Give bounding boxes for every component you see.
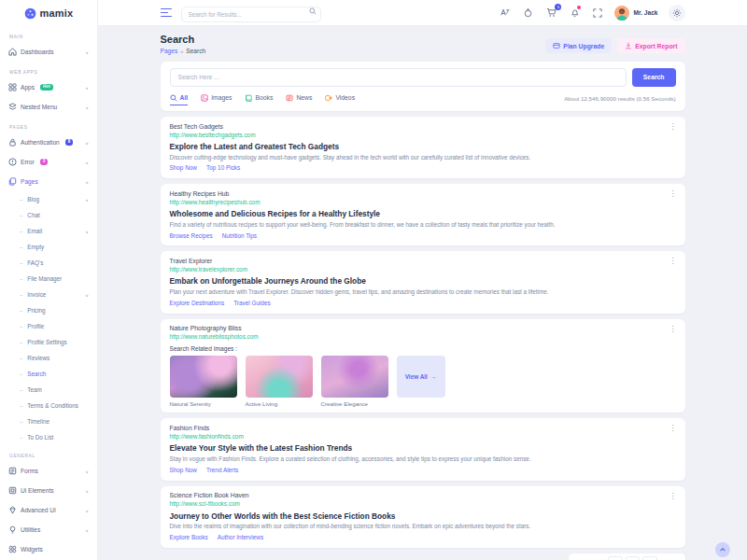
plan-upgrade-button[interactable]: Plan Upgrade — [545, 38, 612, 53]
result-link[interactable]: Nutrition Tips — [222, 232, 257, 240]
result-title[interactable]: Explore the Latest and Greatest Tech Gad… — [170, 142, 676, 151]
result-link[interactable]: Shop Now — [170, 164, 198, 172]
sidebar-item-empty[interactable]: Empty — [0, 239, 97, 255]
sidebar-item-invoice[interactable]: Invoice∨ — [0, 287, 97, 302]
result-url[interactable]: http://www.natureblissphotos.com — [170, 333, 676, 341]
result-link[interactable]: Author Interviews — [218, 534, 263, 541]
tab-images[interactable]: Images — [201, 94, 232, 105]
sidebar-item-timeline[interactable]: Timeline — [0, 413, 97, 429]
sidebar-item-email[interactable]: Email∨ — [0, 223, 97, 239]
search-input[interactable] — [170, 68, 627, 87]
bell-icon[interactable] — [568, 7, 581, 20]
sidebar-item-faq-s[interactable]: FAQ's — [0, 255, 97, 271]
kebab-menu-icon[interactable]: ⋮ — [669, 425, 677, 432]
breadcrumb-parent[interactable]: Pages — [161, 48, 178, 54]
sidebar-item-profile-settings[interactable]: Profile Settings — [0, 334, 97, 350]
results-count: About 12,546,90000 results (0.56 Seconds… — [564, 95, 675, 105]
result-link[interactable]: Shop Now — [170, 467, 198, 474]
result-url[interactable]: http://www.healthyrecipeshub.com — [170, 199, 676, 206]
result-url[interactable]: http://www.travelexplorer.com — [170, 266, 676, 273]
result-link[interactable]: Browse Recipes — [170, 232, 213, 240]
sidebar-item-label: Empty — [27, 244, 44, 250]
sidebar-item-team[interactable]: Team — [0, 382, 97, 398]
tab-videos[interactable]: Videos — [325, 94, 355, 105]
result-title[interactable]: Journey to Other Worlds with the Best Sc… — [170, 511, 676, 521]
cart-icon[interactable]: 5 — [544, 7, 557, 20]
result-title[interactable]: Elevate Your Style with the Latest Fashi… — [170, 443, 676, 453]
sidebar-item-search[interactable]: Search — [0, 366, 97, 382]
sidebar-item-label: Widgets — [21, 546, 43, 553]
user-menu[interactable]: Mr. Jack — [614, 6, 657, 21]
apps-icon — [8, 83, 17, 91]
sidebar-item-blog[interactable]: Blog∨ — [0, 191, 97, 207]
export-report-button[interactable]: Export Report — [617, 38, 684, 53]
sidebar-item-ui-elements[interactable]: Ui Elements∨ — [0, 481, 97, 500]
tab-all[interactable]: All — [170, 94, 189, 105]
brand-logo[interactable]: mamix — [0, 0, 97, 26]
sidebar-item-error[interactable]: Error3∨ — [0, 152, 97, 172]
pages-icon — [8, 177, 17, 186]
sidebar-section-web-apps: Web Apps — [0, 62, 97, 77]
sidebar-item-terms-conditions[interactable]: Terms & Conditions — [0, 398, 97, 413]
topbar-search-input[interactable] — [181, 7, 321, 22]
sidebar-item-advanced-ui[interactable]: Advanced UI∨ — [0, 500, 97, 520]
sidebar-item-to-do-list[interactable]: To Do List — [0, 429, 97, 445]
sidebar-section-general: General — [0, 445, 97, 461]
sidebar-item-utilities[interactable]: Utilities∨ — [0, 520, 97, 539]
kebab-menu-icon[interactable]: ⋮ — [669, 190, 677, 198]
result-link[interactable]: Travel Guides — [233, 300, 271, 307]
sidebar-item-label: Profile — [27, 323, 44, 329]
kebab-menu-icon[interactable]: ⋮ — [669, 258, 677, 265]
related-image[interactable] — [321, 356, 388, 398]
kebab-menu-icon[interactable]: ⋮ — [669, 123, 677, 131]
ui-icon — [8, 486, 17, 495]
kebab-menu-icon[interactable]: ⋮ — [669, 326, 677, 333]
sidebar-item-nested-menu[interactable]: Nested Menu∨ — [0, 97, 97, 117]
sidebar-item-widgets[interactable]: Widgets — [0, 539, 97, 559]
brand-logo-icon — [24, 7, 36, 20]
view-all-button[interactable]: View All → — [397, 356, 445, 398]
result-link[interactable]: Trend Alerts — [206, 467, 238, 474]
result-title[interactable]: Wholesome and Delicious Recipes for a He… — [170, 209, 676, 218]
utilities-icon — [8, 525, 17, 534]
tab-news[interactable]: News — [286, 94, 312, 105]
search-card: Search All Images Books — [161, 62, 685, 111]
search-button[interactable]: Search — [632, 68, 676, 87]
scroll-to-top-button[interactable] — [715, 542, 730, 557]
pagination-page-2[interactable]: 2 — [626, 556, 641, 560]
result-url[interactable]: http://www.besttechgadgets.com — [170, 132, 676, 139]
chevron-up-icon — [719, 546, 726, 553]
breadcrumb-current: Search — [186, 48, 205, 54]
sidebar-item-dashboards[interactable]: Dashboards∨ — [0, 42, 97, 62]
result-description: Discover cutting-edge technology and mus… — [170, 154, 676, 161]
sidebar-item-authentication[interactable]: Authentication8∨ — [0, 133, 97, 152]
hamburger-menu-icon[interactable] — [161, 8, 172, 17]
translate-icon[interactable] — [498, 7, 511, 20]
sidebar-item-pages[interactable]: Pages∧ — [0, 172, 97, 191]
result-link[interactable]: Top 10 Picks — [206, 164, 240, 172]
result-site: Best Tech Gadgets — [170, 123, 676, 131]
sidebar-item-file-manager[interactable]: File Manager — [0, 271, 97, 287]
result-link[interactable]: Explore Books — [170, 534, 208, 541]
result-link[interactable]: Explore Destinations — [170, 300, 225, 307]
result-title[interactable]: Embark on Unforgettable Journeys Around … — [170, 276, 676, 286]
result-url[interactable]: http://www.fashionfinds.com — [170, 433, 676, 441]
sidebar-item-chat[interactable]: Chat — [0, 207, 97, 223]
pagination-page-1[interactable]: 1 — [608, 556, 623, 560]
sidebar-item-profile[interactable]: Profile — [0, 318, 97, 334]
fullscreen-icon[interactable] — [591, 7, 604, 20]
kebab-menu-icon[interactable]: ⋮ — [669, 493, 677, 500]
pagination-page-3[interactable]: 3 — [642, 556, 657, 560]
theme-icon[interactable] — [521, 7, 534, 20]
related-image[interactable] — [246, 356, 313, 398]
sidebar-item-apps[interactable]: AppsHot∨ — [0, 77, 97, 97]
sidebar-item-reviews[interactable]: Reviews — [0, 350, 97, 366]
settings-gear-icon[interactable] — [669, 5, 685, 21]
search-result: ⋮ Science Fiction Book Haven http://www.… — [161, 486, 685, 548]
result-url[interactable]: http://www.sci-fibooks.com — [170, 500, 676, 508]
sidebar-item-pricing[interactable]: Pricing — [0, 302, 97, 318]
related-image[interactable] — [170, 356, 237, 398]
tab-books[interactable]: Books — [245, 94, 273, 105]
search-icon[interactable] — [309, 7, 317, 15]
sidebar-item-forms[interactable]: Forms∨ — [0, 461, 97, 481]
